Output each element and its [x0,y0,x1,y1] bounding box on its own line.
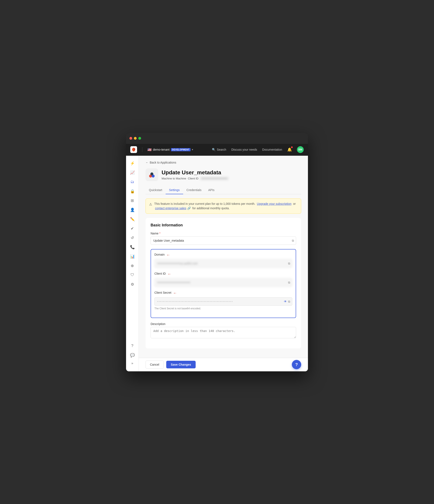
name-input-wrapper: ⧉ [151,236,296,245]
warning-icon: ⚠ [149,202,152,207]
sidebar-item-flows[interactable]: ↺ [128,234,137,242]
sidebar-item-hooks[interactable]: ✔ [128,224,137,233]
app-type: Machine to Machine [162,177,186,180]
client-id-field-label: Client ID [154,272,166,275]
client-secret-icons: 👁 ⧉ [284,300,290,303]
client-secret-label: Client Secret [154,291,171,294]
app-title-group: Update User_metadata Machine to Machine … [162,169,229,180]
client-id-form-group: Client ID ← ⧉ [154,272,292,287]
domain-arrow-icon: ← [166,253,170,257]
logo [130,146,137,153]
sidebar-item-help[interactable]: ? [128,342,137,350]
sidebar-item-reports[interactable]: 📊 [128,252,137,261]
domain-label: Domain [154,253,165,256]
client-secret-form-group: Client Secret ← 👁 ⧉ The Client Secret [154,291,292,310]
notification-badge [291,146,293,148]
app-header: Update User_metadata Machine to Machine … [145,168,301,181]
sidebar-item-security[interactable]: 🔒 [128,187,137,196]
chevron-down-icon[interactable]: ▾ [192,148,193,151]
notifications-button[interactable]: 🔔 [287,147,292,152]
sidebar-item-extensions[interactable]: ⊕ [128,261,137,270]
traffic-light-green[interactable] [138,137,141,140]
discuss-needs-link[interactable]: Discuss your needs [231,148,257,151]
top-nav: 🇺🇸 demo-tenant DEVELOPMENT ▾ 🔍 Search Di… [126,144,308,156]
sidebar-item-phone[interactable]: 📞 [128,243,137,251]
save-changes-button[interactable]: Save Changes [166,361,196,368]
domain-input-wrapper: ⧉ [154,259,292,268]
sidebar-item-rules[interactable]: ✏️ [128,215,137,224]
upgrade-subscription-link[interactable]: Upgrade your subscription [257,202,292,206]
tab-apis[interactable]: APIs [205,186,218,194]
alert-text-before: This feature is included in your current… [154,202,255,206]
sidebar-item-users[interactable]: 👤 [128,206,137,214]
description-form-group: Description [151,322,296,339]
contact-enterprise-link[interactable]: contact enterprise sales [155,207,186,210]
name-required-indicator: * [159,232,160,235]
back-to-applications-link[interactable]: ← Back to Applications [145,161,301,164]
client-id-input-wrapper: ⧉ [154,278,292,287]
tenant-name: demo-tenant [153,148,170,151]
tab-settings[interactable]: Settings [166,186,183,194]
show-secret-button[interactable]: 👁 [284,300,287,303]
client-secret-copy-button[interactable]: ⧉ [288,300,290,303]
search-button[interactable]: 🔍 Search [212,148,226,151]
sidebar-item-dashboard[interactable]: ⊞ [128,196,137,205]
app-icon [145,168,158,181]
name-label: Name * [151,232,296,235]
flag-icon: 🇺🇸 [147,148,152,152]
client-secret-hint: The Client Secret is not base64 encoded. [154,307,292,310]
app-title: Update User_metadata [162,169,229,176]
client-id-input [154,278,292,287]
domain-input [154,259,292,268]
alert-text-after: for additional monthly quota. [192,207,230,210]
bell-icon: 🔔 [287,147,292,152]
basic-information-card: Basic Information Name * ⧉ [145,218,301,349]
search-icon: 🔍 [212,148,215,151]
sidebar-item-applications[interactable]: 🗂 [128,178,137,186]
name-copy-button[interactable]: ⧉ [292,239,294,242]
avatar[interactable]: BM [297,146,304,153]
sidebar: ⚡ 📈 🗂 🔒 ⊞ 👤 ✏️ ✔ ↺ 📞 📊 ⊕ 🛡 ⚙ ? 💬 » [126,156,139,371]
alert-banner: ⚠ This feature is included in your curre… [145,198,301,214]
credentials-section: Domain ← ⧉ Client ID [151,249,296,318]
main-layout: ⚡ 📈 🗂 🔒 ⊞ 👤 ✏️ ✔ ↺ 📞 📊 ⊕ 🛡 ⚙ ? 💬 » [126,156,308,371]
sidebar-item-shield[interactable]: 🛡 [128,271,137,279]
sidebar-item-chat[interactable]: 💬 [128,351,137,360]
tabs: Quickstart Settings Credentials APIs [145,186,301,194]
tenant-selector[interactable]: 🇺🇸 demo-tenant DEVELOPMENT ▾ [147,148,193,152]
sidebar-expand-button[interactable]: » [128,360,137,366]
domain-copy-button[interactable]: ⧉ [288,261,290,265]
alert-text: This feature is included in your current… [154,202,298,211]
client-id-label: Client ID [188,177,198,180]
help-fab-button[interactable]: ? [292,360,301,369]
sidebar-item-activity[interactable]: ⚡ [128,159,137,168]
client-secret-input [154,297,292,306]
description-label: Description [151,322,296,326]
client-id-arrow-icon: ← [168,272,171,276]
traffic-light-yellow[interactable] [134,137,137,140]
svg-point-2 [150,172,153,175]
tenant-badge: DEVELOPMENT [171,148,191,151]
app-meta: Machine to Machine Client ID •••••••••••… [162,177,229,180]
name-form-group: Name * ⧉ [151,232,296,245]
back-arrow-icon: ← [145,161,149,164]
search-label: Search [217,148,226,151]
traffic-light-red[interactable] [129,137,132,140]
footer-bar: Cancel Save Changes ? [139,358,308,371]
tab-credentials[interactable]: Credentials [183,186,205,194]
card-title: Basic Information [151,223,296,227]
client-secret-input-wrapper: 👁 ⧉ [154,297,292,306]
client-secret-arrow-icon: ← [173,291,177,295]
back-link-label: Back to Applications [150,161,176,164]
app-client-id: •••••••••••••••••••••••••• [200,177,228,180]
description-input[interactable] [151,327,296,338]
cancel-button[interactable]: Cancel [145,360,164,369]
sidebar-item-analytics[interactable]: 📈 [128,168,137,177]
main-content: ← Back to Applications Update User_metad… [139,156,308,358]
client-id-copy-button[interactable]: ⧉ [288,280,290,284]
documentation-link[interactable]: Documentation [262,148,282,151]
tab-quickstart[interactable]: Quickstart [145,186,166,194]
sidebar-item-settings[interactable]: ⚙ [128,280,137,288]
alert-text-middle: or [293,202,296,206]
name-input[interactable] [151,236,296,245]
